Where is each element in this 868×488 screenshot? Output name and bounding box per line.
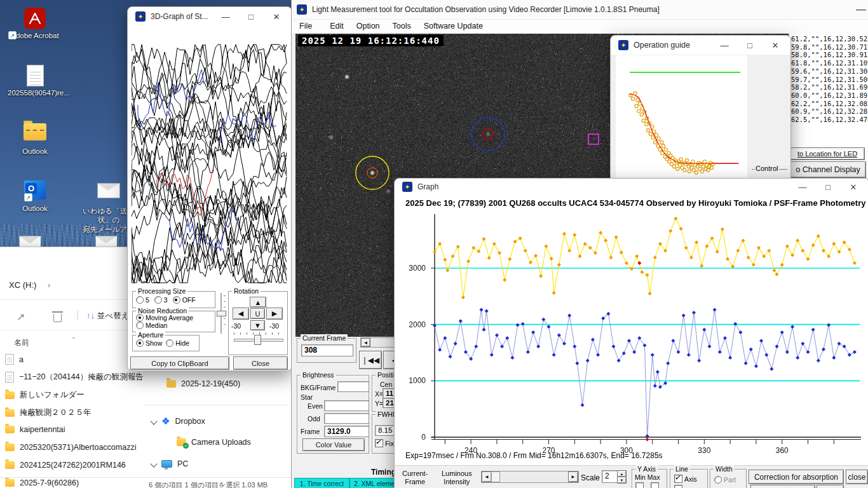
timing-label: Timing [371, 468, 396, 477]
close-icon[interactable]: ✕ [841, 179, 866, 195]
graph3d-titlebar[interactable]: 3D-Graph of St... — □ ✕ [128, 7, 292, 26]
scrollbar-thumb[interactable] [491, 471, 500, 482]
file-name: a [19, 355, 24, 364]
trash-icon[interactable] [53, 313, 62, 325]
sort-label: 並べ替え [97, 311, 130, 320]
noise-reduction-button[interactable]: Noise Reduction [750, 485, 815, 488]
radio-hide[interactable]: Hide [166, 339, 189, 347]
radio-median[interactable]: Median [136, 322, 215, 329]
nav-item-2025-12-19-450-[interactable]: 2025-12-19(450) [166, 379, 240, 388]
desktop-icon-acrobat[interactable]: ↗Adobe Acrobat [8, 8, 62, 40]
close-button[interactable]: close [846, 470, 868, 484]
file-row[interactable]: 新しいフォルダー [5, 390, 85, 400]
reset-button[interactable]: Reset [817, 485, 844, 488]
correction-absorption-button[interactable]: Correction for absorption [749, 470, 844, 484]
file-row[interactable]: 2025320(5371)Albertoaccomazzi [5, 443, 136, 452]
minimize-icon[interactable]: — [856, 4, 866, 15]
timing-tab-1[interactable]: 1. Time correct [294, 478, 349, 488]
axis-checkbox[interactable]: Axis [674, 475, 697, 483]
fix-checkbox[interactable]: Fix [375, 439, 394, 447]
menu-software-update[interactable]: Software Update [424, 20, 483, 34]
line-checkbox[interactable] [674, 485, 682, 488]
close-icon[interactable]: ✕ [264, 8, 289, 25]
yaxis-group: Y Axis Min Max [632, 469, 667, 488]
close-icon[interactable]: ✕ [763, 37, 788, 53]
current-frame-value[interactable]: 308 [301, 344, 353, 356]
scroll-right-icon[interactable]: ► [568, 471, 578, 482]
line-group: Line Axis [670, 469, 708, 488]
scale-spinner[interactable]: ▲ ▼ [617, 470, 625, 483]
part-radio[interactable]: Part [714, 476, 736, 484]
rotate-right-button[interactable]: ▶ [266, 308, 283, 320]
chevron-down-icon[interactable] [150, 417, 157, 424]
envelope-icon[interactable] [19, 236, 41, 247]
copy-to-clipboard-button[interactable]: Copy to ClipBoard [130, 356, 229, 370]
rotation-group: Rotation ▲ ◀ U ▶ -30 ▼ -30 [228, 291, 288, 355]
sort-icon[interactable]: ↑↓ 並べ替え [86, 311, 129, 322]
file-row[interactable]: 2024125(247262)2001RM146 [5, 461, 126, 470]
minimize-icon[interactable]: — [712, 37, 737, 53]
svg-text:2000: 2000 [409, 320, 426, 329]
limovie-titlebar[interactable]: Light Measurement tool for Occultation O… [292, 0, 868, 20]
led-location-button[interactable]: to Location for LED [790, 147, 865, 160]
even-field[interactable] [324, 400, 369, 411]
rotate-left-button[interactable]: ◀ [233, 308, 249, 320]
frame-scrollbar[interactable]: ◄ [360, 337, 396, 348]
rotate-reset-button[interactable]: U [250, 308, 265, 319]
desktop-icon-document[interactable]: 202558(90547)re... [8, 65, 62, 97]
minimize-icon[interactable]: — [213, 8, 238, 25]
menu-tools[interactable]: Tools [393, 20, 411, 34]
ymax-checkbox[interactable] [651, 482, 659, 488]
radio-off[interactable]: OFF [173, 296, 196, 304]
menu-file[interactable]: File [299, 20, 312, 34]
chevron-down-icon[interactable] [150, 460, 157, 467]
nav-item-dropbox[interactable]: ❖Dropbox [151, 416, 205, 426]
breadcrumb[interactable]: XC (H:) › [9, 280, 50, 290]
channel-display-button[interactable]: o Channel Display [790, 161, 866, 178]
file-row[interactable]: −11−20（204144）掩蔽の観測報告 [5, 372, 144, 383]
rotate-down-button[interactable]: ▼ [250, 320, 265, 330]
radio-show[interactable]: Show [136, 339, 162, 347]
close-button[interactable]: Close [233, 356, 288, 370]
maximize-icon[interactable]: □ [737, 37, 763, 53]
radio-moving-average[interactable]: Moving Average [136, 314, 215, 322]
desktop-icon-outlook[interactable]: ↗Outlook [8, 179, 62, 213]
skip-to-start-button[interactable]: ❘◀◀ [359, 351, 382, 369]
menu-edit[interactable]: Edit [330, 20, 344, 34]
folder-icon [166, 380, 176, 388]
opguide-titlebar[interactable]: Operation guide — □ ✕ [611, 36, 790, 55]
rotate-up-button[interactable]: ▲ [250, 297, 266, 308]
scroll-left-icon[interactable]: ◄ [482, 471, 492, 482]
graph-window: Graph — □ ✕ 2025 Dec 19; (77839) 2001 QU… [394, 178, 868, 488]
file-row[interactable]: kaipertenntai [5, 425, 65, 434]
bkg-frame-field[interactable] [337, 381, 369, 392]
graph-scrollbar[interactable]: ◄ ► [481, 471, 579, 483]
minimize-icon[interactable]: — [790, 179, 815, 195]
graph-titlebar[interactable]: Graph — □ ✕ [395, 179, 868, 195]
nav-item-pc[interactable]: PC [151, 459, 188, 468]
file-row[interactable]: a [5, 354, 24, 365]
even-label: Even [308, 402, 323, 410]
vertical-slider[interactable] [217, 293, 226, 334]
nav-item-camera-uploads[interactable]: Camera Uploads [177, 438, 251, 447]
menu-option[interactable]: Option [356, 20, 380, 34]
odd-field[interactable] [324, 413, 369, 424]
maximize-icon[interactable]: □ [815, 179, 841, 195]
radio-5[interactable]: 5 [136, 296, 149, 304]
rotation-slider-handle[interactable] [254, 335, 261, 345]
rotation-label: Rotation [232, 287, 261, 295]
file-name: 2025320(5371)Albertoaccomazzi [20, 443, 136, 452]
file-row[interactable]: 掩蔽観測２０２５年 [5, 407, 92, 418]
color-value-button[interactable]: Color Value [302, 438, 365, 451]
frame-brightness-value[interactable]: 3129.0 [324, 426, 369, 437]
share-icon[interactable]: ↗ [17, 311, 25, 323]
desktop-icon-zip-folder[interactable]: Outlook [8, 121, 62, 156]
file-row[interactable]: 2025-7-9(60286) [5, 478, 79, 487]
ymin-checkbox[interactable] [635, 482, 644, 488]
chart-title: 2025 Dec 19; (77839) 2001 QU268 occults … [405, 198, 868, 208]
acrobat-icon: ↗ [24, 8, 46, 29]
radio-3[interactable]: 3 [154, 296, 168, 304]
maximize-icon[interactable]: □ [238, 8, 264, 25]
column-header-name[interactable]: 名前 [14, 337, 29, 348]
envelope-icon[interactable] [95, 236, 117, 247]
